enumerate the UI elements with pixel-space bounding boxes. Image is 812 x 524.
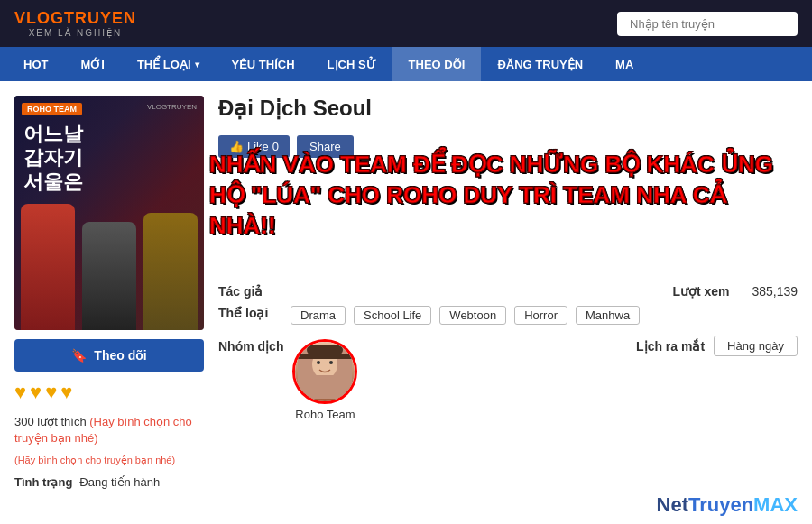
right-panel: Đại Dịch Seoul 👍 Like 0 Share NHẤN VÀO T… xyxy=(218,96,798,510)
lich-ra-mat-row: Lịch ra mắt Hàng ngày xyxy=(636,336,798,356)
manga-cover: ROHO TEAM VLOGTRUYEN 어느날갑자기서울은 xyxy=(14,96,204,330)
nav-moi[interactable]: MỚI xyxy=(64,47,120,81)
tac-gia-label: Tác giả xyxy=(218,284,281,299)
search-input[interactable] xyxy=(617,12,798,36)
svg-rect-2 xyxy=(312,375,337,399)
likes-count: 300 lượt thích xyxy=(14,415,89,428)
promo-overlay: NHẤN VÀO TEAM ĐỂ ĐỌC NHỮNG BỘ KHÁC ỦNG H… xyxy=(209,150,798,241)
main-nav: HOT MỚI THỂ LOẠI ▾ YÊU THÍCH LỊCH SỬ THE… xyxy=(0,47,812,81)
the-loai-label: Thể loại xyxy=(218,306,281,320)
star-4[interactable]: ♥ xyxy=(60,381,72,404)
tag-school[interactable]: School Life xyxy=(354,306,431,325)
chevron-down-icon: ▾ xyxy=(195,60,199,69)
like-button[interactable]: 👍 Like 0 xyxy=(218,135,290,158)
avatar-svg xyxy=(298,345,352,399)
header: VLOGTRUYEN XEM LÀ NGHIỆN xyxy=(0,0,812,47)
share-button[interactable]: Share xyxy=(297,135,354,158)
cover-vlog-badge: VLOGTRUYEN xyxy=(147,103,197,111)
status-value: Đang tiến hành xyxy=(79,475,160,489)
logo-main: VLOGTRUYEN xyxy=(14,9,136,28)
translator-name: Roho Team xyxy=(295,408,355,421)
thumbs-up-icon: 👍 xyxy=(229,140,244,153)
follow-button[interactable]: 🔖 Theo dõi xyxy=(14,339,204,372)
figure-3 xyxy=(143,213,198,330)
left-panel: ROHO TEAM VLOGTRUYEN 어느날갑자기서울은 🔖 Theo dõ… xyxy=(14,96,204,510)
like-label: Like xyxy=(247,140,269,153)
main-content: ROHO TEAM VLOGTRUYEN 어느날갑자기서울은 🔖 Theo dõ… xyxy=(0,81,812,524)
figure-1 xyxy=(21,204,75,330)
tag-horror[interactable]: Horror xyxy=(514,306,567,325)
translator-block: Roho Team xyxy=(292,339,357,421)
promo-line-2: HỘ "LÚA" CHO ROHO DUY TRÌ TEAM NHA CẢ NH… xyxy=(209,180,798,242)
figure-2 xyxy=(82,222,136,330)
svg-point-4 xyxy=(329,361,333,364)
nhom-dich-row: Nhóm dịch xyxy=(218,339,357,421)
nav-theodoi[interactable]: THEO DÕI xyxy=(392,47,482,81)
logo[interactable]: VLOGTRUYEN XEM LÀ NGHIỆN xyxy=(14,9,136,38)
tag-manhwa[interactable]: Manhwa xyxy=(576,306,640,325)
rating-stars: ♥ ♥ ♥ ♥ xyxy=(14,381,204,404)
nav-yeuthich[interactable]: YÊU THÍCH xyxy=(216,47,311,81)
likes-row: 300 lượt thích (Hãy bình chọn cho truyện… xyxy=(14,413,204,446)
status-row: Tình trạng Đang tiến hành xyxy=(14,475,204,489)
likes-vote-text: (Hãy bình chọn cho truyện bạn nhé) xyxy=(14,455,204,466)
bookmark-icon: 🔖 xyxy=(71,348,87,363)
luot-xem-value: 385,139 xyxy=(752,284,798,299)
tag-drama[interactable]: Drama xyxy=(291,306,346,325)
star-3[interactable]: ♥ xyxy=(45,381,57,404)
action-buttons: 👍 Like 0 Share xyxy=(218,135,798,158)
avatar-image xyxy=(295,342,355,401)
cover-title-korean: 어느날갑자기서울은 xyxy=(23,123,83,194)
star-1[interactable]: ♥ xyxy=(14,381,26,404)
cover-team-badge: ROHO TEAM xyxy=(22,103,82,115)
follow-label: Theo dõi xyxy=(94,348,146,363)
tac-gia-row: Tác giả xyxy=(218,284,291,299)
nav-theloai-label: THỂ LOẠI xyxy=(137,58,191,71)
logo-sub: XEM LÀ NGHIỆN xyxy=(29,28,123,38)
lich-ra-mat-label: Lịch ra mắt xyxy=(636,339,705,354)
info-section: Tác giả Lượt xem 385,139 Thể loại Drama … xyxy=(218,284,798,421)
svg-point-3 xyxy=(317,361,320,364)
status-label: Tình trạng xyxy=(14,475,72,489)
nav-dangtruyen[interactable]: ĐĂNG TRUYỆN xyxy=(481,47,599,81)
nav-ma[interactable]: MA xyxy=(599,47,650,81)
like-count: 0 xyxy=(272,140,279,153)
svg-rect-6 xyxy=(298,354,352,359)
translator-avatar[interactable] xyxy=(292,339,357,404)
manga-title: Đại Dịch Seoul xyxy=(218,96,798,121)
nav-lichsu[interactable]: LỊCH SỬ xyxy=(311,47,392,81)
star-2[interactable]: ♥ xyxy=(30,381,42,404)
luot-xem-label: Lượt xem xyxy=(672,284,735,299)
nav-theloai[interactable]: THỂ LOẠI ▾ xyxy=(121,47,216,81)
luot-xem-row: Lượt xem 385,139 xyxy=(672,284,798,299)
tag-webtoon[interactable]: Webtoon xyxy=(439,306,506,325)
nhom-dich-label: Nhóm dịch xyxy=(218,339,283,354)
schedule-value: Hàng ngày xyxy=(714,336,798,356)
tags-container: Drama School Life Webtoon Horror Manhwa xyxy=(291,306,644,328)
nav-hot[interactable]: HOT xyxy=(7,47,64,81)
